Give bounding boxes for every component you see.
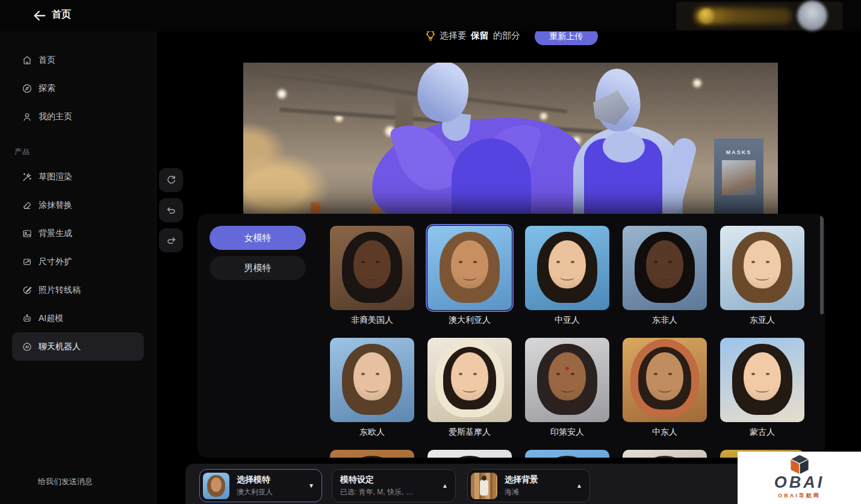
image-icon [22,228,33,239]
app-root: 首页 首页 探索 我的主页 产品 草图渲染 涂抹替换 背景生成 尺寸外扩 照片转… [0,0,861,504]
model-photo [525,338,609,422]
sidebar-item-sketch-render[interactable]: 草图渲染 [12,163,144,191]
model-east-european[interactable]: 东欧人 [330,338,414,439]
panel-scrollbar[interactable] [820,215,824,314]
hint-keyword: 保留 [471,30,489,40]
poster-text: MASKS [726,149,752,155]
model-photo [427,226,512,310]
tab-male-model[interactable]: 男模特 [210,256,306,280]
sidebar-products: 草图渲染 涂抹替换 背景生成 尺寸外扩 照片转线稿 AI超模 聊天机器人 [0,163,156,361]
model-photo [525,226,609,310]
model-photo [623,450,707,458]
model-native-american[interactable]: 印第安人 [525,338,609,439]
model-label: 东非人 [623,315,707,327]
model-partial-4[interactable] [623,450,707,458]
model-photo [330,450,414,458]
tab-label: 女模特 [244,232,272,244]
model-middle-eastern[interactable]: 中东人 [623,338,707,439]
sidebar-item-label: AI超模 [39,313,63,324]
contact-label: 给我们发送消息 [38,476,93,487]
lightbulb-icon [424,30,437,43]
line-draft-icon [22,285,33,296]
expand-icon [22,257,33,267]
model-photo [720,226,804,310]
obai-brand-text: OBAI [774,474,825,491]
sidebar-item-ai-supermodel[interactable]: AI超模 [12,304,144,332]
sidebar-item-label: 草图渲染 [39,172,72,182]
model-partial-3[interactable] [525,450,609,458]
sidebar-item-label: 聊天机器人 [39,341,81,352]
model-australian[interactable]: 澳大利亚人 [427,226,512,327]
card-subtitle: 海滩 [505,487,538,497]
card-title: 模特设定 [340,474,418,485]
sidebar-item-photo-to-line[interactable]: 照片转线稿 [12,276,144,304]
model-eskimo[interactable]: 爱斯基摩人 [427,338,512,439]
card-select-model[interactable]: 选择模特 澳大利亚人 ▼ [199,469,322,502]
model-photo [427,450,512,458]
model-label: 爱斯基摩人 [427,427,512,439]
model-grid-row-1: 非裔美国人 澳大利亚人 中亚人 东非人 东亚人 [330,226,804,327]
model-photo [720,338,804,422]
back-button[interactable] [31,7,48,24]
model-african-american[interactable]: 非裔美国人 [330,226,414,327]
card-title: 选择背景 [505,474,538,485]
sidebar: 首页 探索 我的主页 产品 草图渲染 涂抹替换 背景生成 尺寸外扩 照片转线稿 … [0,31,157,504]
sidebar-item-label: 探索 [39,83,55,94]
mask-selection-canvas[interactable]: MASKS [243,63,778,219]
model-east-asian[interactable]: 东亚人 [720,226,804,327]
model-label: 印第安人 [525,427,609,439]
model-photo [427,338,512,422]
card-title: 选择模特 [237,474,273,485]
robot-icon [22,313,33,324]
tab-label: 男模特 [244,263,272,274]
card-subtitle: 澳大利亚人 [237,487,273,497]
model-photo [330,338,414,422]
masks-poster: MASKS [714,138,763,217]
avatar[interactable] [797,1,827,31]
model-label: 蒙古人 [720,427,804,439]
redo-button[interactable] [159,228,183,252]
model-central-asian[interactable]: 中亚人 [525,226,609,327]
card-arrow-icon: ▲ [571,482,582,489]
model-label: 东欧人 [330,427,414,439]
card-model-settings[interactable]: 模特设定 已选: 青年, M, 快乐, 直... ▲ [332,469,456,502]
sidebar-item-bg-generate[interactable]: 背景生成 [12,219,144,247]
eraser-icon [22,200,33,211]
sidebar-item-label: 尺寸外扩 [39,257,72,267]
undo-button[interactable] [159,198,183,222]
selection-hint: 选择要保留的部分 [440,30,520,42]
send-icon [22,477,32,487]
sidebar-item-profile[interactable]: 我的主页 [12,102,144,131]
chat-bot-icon [22,341,33,352]
undo-icon [166,205,177,216]
sidebar-item-chatbot[interactable]: 聊天机器人 [12,332,144,361]
sidebar-item-label: 首页 [39,55,55,66]
card-subtitle: 已选: 青年, M, 快乐, 直... [340,487,418,497]
sidebar-item-home[interactable]: 首页 [12,46,144,74]
sidebar-item-explore[interactable]: 探索 [12,74,144,102]
obai-cube-icon [788,454,811,476]
compass-icon [22,83,33,94]
sidebar-item-paint-replace[interactable]: 涂抹替换 [12,191,144,219]
model-east-african[interactable]: 东非人 [623,226,707,327]
model-partial-1[interactable] [330,450,414,458]
model-label: 东亚人 [720,315,804,327]
sidebar-item-contact-us[interactable]: 给我们发送消息 [12,474,144,490]
mask-tank-left[interactable] [452,138,531,219]
coin-icon [699,8,714,23]
reset-button[interactable] [159,168,183,192]
model-label: 澳大利亚人 [427,315,512,327]
model-partial-2[interactable] [427,450,512,458]
card-select-background[interactable]: 选择背景 海滩 ▲ [467,469,590,502]
refresh-icon [166,175,177,186]
sidebar-item-label: 我的主页 [39,111,72,122]
card-thumbnail [471,473,497,499]
model-picker-panel: 女模特 男模特 非裔美国人 澳大利亚人 中亚人 东非人 东亚人 东欧人 [197,214,825,458]
model-mongolian[interactable]: 蒙古人 [720,338,804,439]
tab-female-model[interactable]: 女模特 [210,226,306,250]
sidebar-item-outpaint[interactable]: 尺寸外扩 [12,247,144,276]
card-arrow-icon: ▼ [303,482,314,489]
sidebar-item-label: 背景生成 [39,228,72,239]
sidebar-item-label: 涂抹替换 [39,200,72,211]
sidebar-item-label: 照片转线稿 [39,285,81,296]
